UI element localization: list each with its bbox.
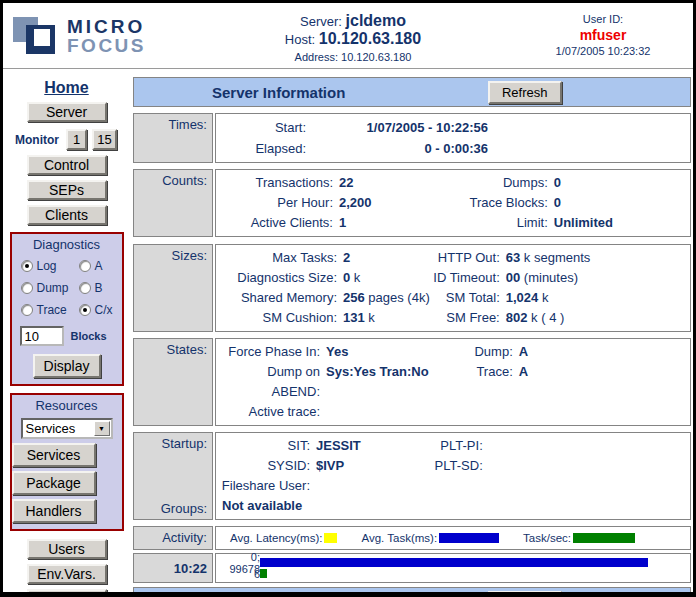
user-id-label: User ID: [513,13,693,25]
diagnostics-panel: Diagnostics Log A Dump [10,232,124,386]
control-button[interactable]: Control [27,155,107,175]
avg-task-swatch [439,533,499,543]
display-button[interactable]: Display [33,354,101,378]
activity-bar-line: 0; 99678 [218,557,688,568]
micro-focus-logo: MICRO FOCUS [3,3,193,68]
monitor-interval-15-button[interactable]: 15 [92,129,117,150]
activity-graph-row: 10:22 0; 99678 6 [133,553,691,583]
host-address: 10.120.63.180 [319,30,421,47]
chevron-down-icon[interactable]: ▼ [94,421,110,436]
env-vars-button[interactable]: Env.Vars. [27,564,107,584]
server-info-title-bottom: Server Information [212,594,345,597]
startup-row: Fileshare User: [218,476,688,496]
counts-row: Per Hour: 2,200 Trace Blocks: 0 [218,193,688,213]
counts-section: Counts: Transactions: 22 Dumps: 0 Per Ho… [133,169,691,237]
user-info: User ID: mfuser 1/07/2005 10:23:32 [513,3,693,68]
logo-text-micro: MICRO [67,17,146,36]
seps-button[interactable]: SEPs [27,180,107,200]
sizes-row: Max Tasks: 2 HTTP Out: 63 k segments [218,248,688,268]
resources-panel: Resources Services ▼ Services Package Ha… [10,393,124,531]
users-button[interactable]: Users [27,539,107,559]
blocks-input[interactable] [20,326,64,346]
radio-trace-icon[interactable] [21,304,33,316]
micro-focus-logo-icon [11,12,59,60]
sizes-section: Sizes: Max Tasks: 2 HTTP Out: 63 k segme… [133,244,691,332]
activity-label: Activity: [162,530,207,545]
radio-cx-icon[interactable] [79,304,91,316]
resources-dropdown[interactable]: Services ▼ [21,418,113,439]
services-button[interactable]: Services [12,443,96,467]
server-info-footer-bar: Server Information Refresh [133,587,691,597]
activity-bar-value: 6 [218,568,260,580]
task-sec-swatch [573,533,635,543]
home-link[interactable]: Home [44,79,88,97]
radio-b[interactable]: B [79,281,123,295]
package-button[interactable]: Package [12,471,96,495]
server-identity: Server: jcldemo Host: 10.120.63.180 Addr… [193,3,513,68]
states-label: States: [167,342,207,357]
radio-a-icon[interactable] [79,260,91,272]
chg-user-button[interactable]: Chg.User [27,589,107,597]
avg-task-legend-label: Avg. Task(ms): [361,532,437,544]
blocks-label: Blocks [71,330,107,342]
times-section: Times: Start: 1/07/2005 - 10:22:56 Elaps… [133,113,691,163]
radio-log[interactable]: Log [21,259,79,273]
activity-legend: Avg. Latency(ms): Avg. Task(ms): Task/se… [218,530,688,546]
address-line: Address: 10.120.63.180 [193,51,513,63]
activity-time-label: 10:22 [174,561,207,576]
resources-dropdown-value: Services [23,421,94,436]
radio-dump[interactable]: Dump [21,281,79,295]
main-content: Server Information Refresh Times: Start:… [130,69,695,592]
radio-dump-icon[interactable] [21,282,33,294]
groups-label: Groups: [161,501,207,516]
times-row: Elapsed: 0 - 0:00:36 [218,138,688,159]
user-id-value: mfuser [513,27,693,43]
counts-row: Active Clients: 1 Limit: Unlimited [218,213,688,233]
avg-task-bar [260,558,648,567]
states-section: States: Force Phase In: Yes Dump: A Dump… [133,338,691,426]
clients-button[interactable]: Clients [27,205,107,225]
logo-text-focus: FOCUS [67,36,146,55]
server-info-title: Server Information [212,84,345,101]
task-sec-bar [260,569,267,578]
server-name: jcldemo [346,12,406,29]
handlers-button[interactable]: Handlers [12,499,96,523]
startup-section: Startup: Groups: SIT: JESSIT PLT-PI: SYS… [133,432,691,520]
server-info-header-bar: Server Information Refresh [133,77,691,107]
startup-row: SIT: JESSIT PLT-PI: [218,436,688,456]
host-label: Host: [285,32,315,47]
monitor-label: Monitor [15,133,59,147]
states-row: Dump on ABEND: Sys:Yes Tran:No Trace: A [218,362,688,402]
radio-b-icon[interactable] [79,282,91,294]
times-label: Times: [168,117,207,132]
diagnostics-radio-group: Log A Dump B [12,252,122,317]
radio-cx[interactable]: C/x [79,303,123,317]
groups-value: Not available [218,496,688,516]
refresh-button-top[interactable]: Refresh [488,81,562,104]
task-sec-legend-label: Task/sec: [523,532,571,544]
radio-trace[interactable]: Trace [21,303,79,317]
diagnostics-title: Diagnostics [12,237,122,252]
page-header: MICRO FOCUS Server: jcldemo Host: 10.120… [3,3,693,69]
monitor-row: Monitor 1 15 [3,129,130,150]
server-button[interactable]: Server [27,102,107,122]
activity-section: Activity: Avg. Latency(ms): Avg. Task(ms… [133,526,691,550]
resources-title: Resources [12,398,122,413]
states-row: Force Phase In: Yes Dump: A [218,342,688,362]
avg-latency-swatch [324,533,337,543]
radio-log-icon[interactable] [21,260,33,272]
avg-latency-legend-label: Avg. Latency(ms): [230,532,322,544]
sidebar: Home Server Monitor 1 15 Control SEPs Cl… [3,69,130,592]
server-label: Server: [300,14,342,29]
sizes-row: SM Cushion: 131 k SM Free: 802 k ( 4 ) [218,308,688,328]
counts-label: Counts: [162,173,207,188]
startup-label: Startup: [161,436,207,451]
refresh-button-bottom[interactable]: Refresh [488,591,562,597]
activity-bar-line: 6 [218,568,688,579]
page-timestamp: 1/07/2005 10:23:32 [513,45,693,57]
sizes-label: Sizes: [172,248,207,263]
micro-focus-server-page: MICRO FOCUS Server: jcldemo Host: 10.120… [0,0,696,597]
states-row: Active trace: [218,402,688,422]
radio-a[interactable]: A [79,259,123,273]
monitor-interval-1-button[interactable]: 1 [66,129,87,150]
